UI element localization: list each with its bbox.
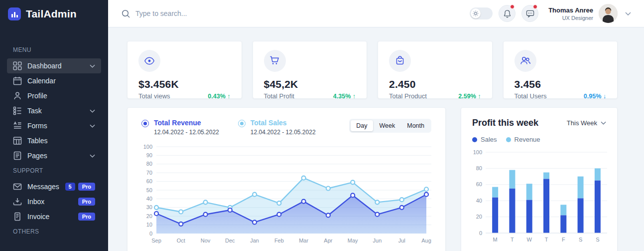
svg-text:Nov: Nov: [201, 238, 211, 244]
svg-text:50: 50: [146, 187, 152, 193]
user-menu[interactable]: Thomas Anree UX Designer: [548, 4, 631, 23]
pro-badge: Pro: [78, 198, 95, 206]
inbox-icon: [13, 197, 22, 206]
bag-icon: [389, 50, 411, 72]
topbar-controls: Thomas Anree UX Designer: [470, 4, 631, 23]
calendar-icon: [13, 76, 22, 85]
notification-dot: [510, 4, 515, 9]
main-content: $3.456K Total views 0.43% ↑ $45,2K Total…: [108, 28, 644, 251]
chat-icon: [526, 9, 534, 18]
sidebar: TailAdmin MENU Dashboard Calendar Profil…: [0, 0, 108, 251]
sidebar-item-pages[interactable]: Pages: [7, 148, 101, 163]
legend-revenue: Revenue: [506, 136, 540, 143]
range-day-button[interactable]: Day: [351, 120, 373, 131]
sidebar-item-inbox[interactable]: Inbox Pro: [7, 194, 101, 209]
range-month-button[interactable]: Month: [401, 120, 430, 131]
sidebar-item-label: Tables: [27, 137, 47, 145]
svg-text:70: 70: [146, 170, 152, 176]
legend-total-sales: Total Sales 12.04.2022 - 12.05.2022: [238, 119, 316, 136]
svg-text:May: May: [348, 238, 358, 244]
svg-text:Jan: Jan: [250, 238, 259, 244]
week-dropdown[interactable]: This Week: [567, 119, 606, 127]
revenue-chart-card: Total Revenue 12.04.2022 - 12.05.2022 To…: [127, 107, 446, 251]
series-period: 12.04.2022 - 12.05.2022: [251, 129, 316, 136]
sidebar-item-label: Pages: [27, 152, 47, 160]
sidebar-item-tables[interactable]: Tables: [7, 133, 101, 148]
svg-text:Sep: Sep: [151, 238, 161, 244]
sidebar-item-label: Forms: [27, 122, 47, 130]
legend-label: Sales: [481, 136, 497, 143]
sidebar-nav: MENU Dashboard Calendar Profile Task For…: [0, 46, 108, 235]
logo[interactable]: TailAdmin: [0, 0, 108, 20]
svg-text:60: 60: [476, 181, 482, 187]
stat-label: Total Profit: [264, 92, 294, 100]
topbar: Thomas Anree UX Designer: [108, 0, 644, 27]
sidebar-item-label: Profile: [27, 92, 47, 100]
profit-legend: Sales Revenue: [472, 136, 606, 143]
svg-text:30: 30: [146, 204, 152, 210]
stat-card-total-profit: $45,2K Total Profit 4.35% ↑: [253, 41, 368, 99]
stat-card-total-views: $3.456K Total views 0.43% ↑: [127, 41, 242, 99]
profit-bar-chart: 020406080100MTWTFSS: [472, 147, 607, 247]
stat-card-total-product: 2.450 Total Product 2.59% ↑: [378, 41, 493, 99]
messages-count-badge: 5: [65, 183, 75, 191]
svg-text:Dec: Dec: [225, 238, 235, 244]
sidebar-item-invoice[interactable]: Invoice Pro: [7, 209, 101, 224]
week-dropdown-label: This Week: [567, 119, 597, 127]
svg-text:T: T: [545, 237, 548, 243]
profit-chart-card: Profit this week This Week Sales Revenue…: [461, 107, 618, 251]
legend-dot: [506, 137, 511, 142]
chevron-down-icon: [625, 12, 631, 15]
chevron-down-icon: [601, 121, 606, 125]
sidebar-item-messages[interactable]: Messages 5 Pro: [7, 179, 101, 194]
sidebar-item-task[interactable]: Task: [7, 103, 101, 118]
svg-text:S: S: [596, 237, 599, 243]
user-name: Thomas Anree: [548, 6, 593, 14]
svg-text:100: 100: [473, 149, 482, 155]
svg-text:W: W: [527, 237, 532, 243]
person-icon: [13, 91, 22, 100]
checklist-icon: [13, 106, 22, 115]
sidebar-item-dashboard[interactable]: Dashboard: [7, 58, 101, 73]
user-role: UX Designer: [548, 15, 593, 21]
radio-icon: [238, 120, 246, 127]
stat-card-total-users: 3.456 Total Users 0.95% ↓: [503, 41, 618, 99]
sidebar-item-forms[interactable]: Forms: [7, 118, 101, 133]
messages-button[interactable]: [521, 5, 538, 22]
chevron-down-icon: [90, 124, 95, 128]
radio-icon: [141, 120, 149, 127]
sidebar-item-profile[interactable]: Profile: [7, 88, 101, 103]
notifications-button[interactable]: [499, 5, 515, 22]
table-icon: [13, 136, 22, 145]
range-week-button[interactable]: Week: [374, 120, 401, 131]
svg-text:Mar: Mar: [299, 238, 308, 244]
stat-delta: 2.59% ↑: [458, 93, 481, 100]
pro-badge: Pro: [78, 183, 95, 191]
legend-total-revenue: Total Revenue 12.04.2022 - 12.05.2022: [141, 119, 219, 136]
series-period: 12.04.2022 - 12.05.2022: [154, 129, 219, 136]
app-title: TailAdmin: [26, 8, 77, 20]
svg-text:100: 100: [143, 144, 152, 150]
invoice-icon: [13, 212, 22, 221]
search-input[interactable]: [135, 9, 275, 17]
sun-icon: [471, 8, 481, 18]
cart-icon: [264, 50, 286, 72]
section-label-menu: MENU: [13, 46, 95, 53]
bell-icon: [503, 9, 512, 18]
search-icon: [121, 9, 130, 18]
chevron-down-icon: [90, 64, 95, 68]
sidebar-item-label: Calendar: [27, 77, 56, 85]
dark-mode-toggle[interactable]: [470, 7, 493, 19]
sidebar-item-calendar[interactable]: Calendar: [7, 73, 101, 88]
eye-icon: [138, 50, 160, 72]
sidebar-item-label: Task: [27, 107, 42, 115]
svg-text:40: 40: [146, 196, 152, 202]
chevron-down-icon: [90, 109, 95, 113]
svg-text:Jun: Jun: [373, 238, 382, 244]
series-name: Total Sales: [251, 119, 316, 127]
stat-delta: 0.95% ↓: [584, 93, 606, 100]
svg-text:T: T: [511, 237, 514, 243]
stat-label: Total Product: [389, 92, 427, 100]
svg-text:M: M: [493, 237, 498, 243]
svg-text:Aug: Aug: [421, 238, 431, 244]
